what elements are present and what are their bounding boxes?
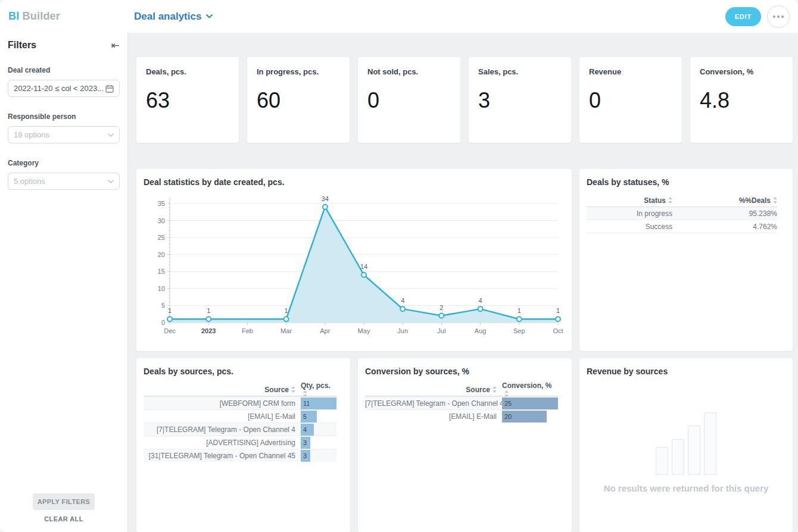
- panel-deals-by-sources: Deals by sources, pcs. Source Qty, pcs. …: [136, 358, 350, 532]
- column-header-qty[interactable]: Qty, pcs.: [301, 381, 336, 398]
- category-value: 5 options: [14, 177, 108, 186]
- kpi-label: Sales, pcs.: [478, 67, 562, 76]
- data-point[interactable]: [478, 306, 483, 311]
- kpi-card: Deals, pcs.63: [136, 57, 239, 143]
- logo-bi: BI: [8, 10, 19, 22]
- value-bar: 4: [301, 424, 314, 436]
- value-bar: 5: [301, 411, 317, 423]
- panel-conversion-by-sources: Conversion by sources, % Source Conversi…: [358, 358, 572, 532]
- source-cell: [WEBFORM] CRM form: [144, 399, 301, 408]
- svg-text:25: 25: [158, 234, 165, 241]
- clear-all-button[interactable]: CLEAR ALL: [44, 515, 83, 522]
- data-point[interactable]: [284, 317, 289, 321]
- app-window: BI Builder Deal analytics EDIT Filters ⇤…: [0, 0, 798, 532]
- table-row[interactable]: [31|TELEGRAM] Telegram - Open Channel 45…: [144, 449, 336, 462]
- board-title-dropdown[interactable]: Deal analytics: [134, 11, 213, 23]
- more-options-button[interactable]: [767, 5, 790, 28]
- filter-label-deal-created: Deal created: [8, 66, 120, 74]
- responsible-person-select[interactable]: 18 options: [8, 126, 120, 143]
- source-cell: [EMAIL] E-Mail: [144, 412, 301, 421]
- bar-cell: 3: [301, 436, 336, 449]
- svg-text:35: 35: [158, 200, 165, 207]
- svg-text:5: 5: [161, 302, 165, 309]
- svg-text:4: 4: [401, 297, 404, 304]
- empty-bar-chart-icon: [656, 409, 716, 475]
- column-header-source[interactable]: Source: [365, 386, 502, 394]
- column-header-source[interactable]: Source: [144, 386, 301, 394]
- category-select[interactable]: 5 options: [8, 173, 120, 190]
- bar-cell: 25: [502, 397, 558, 410]
- logo-builder: Builder: [23, 10, 60, 22]
- sort-icon: [303, 390, 307, 397]
- kpi-row: Deals, pcs.63In progress, pcs.60Not sold…: [136, 57, 793, 143]
- deal-created-date-input[interactable]: 2022-11-20 ≤ col < 2023...: [8, 80, 120, 97]
- sort-icon: [504, 390, 509, 397]
- filters-sidebar: Filters ⇤ Deal created 2022-11-20 ≤ col …: [0, 33, 128, 532]
- empty-state: No results were returned for this query: [579, 409, 793, 493]
- table-row[interactable]: [EMAIL] E-Mail5: [144, 409, 336, 423]
- collapse-sidebar-icon[interactable]: ⇤: [111, 40, 120, 51]
- data-point[interactable]: [556, 317, 560, 321]
- status-cell: Success: [587, 223, 672, 231]
- conversion-by-sources-table: Source Conversion, % [7|TELEGRAM] Telegr…: [365, 383, 558, 423]
- kpi-card: Conversion, %4.8: [690, 57, 793, 143]
- svg-text:Feb: Feb: [242, 327, 253, 334]
- filter-label-responsible-person: Responsible person: [8, 112, 120, 121]
- table-row[interactable]: [EMAIL] E-Mail20: [365, 409, 558, 423]
- data-point[interactable]: [439, 314, 444, 318]
- data-point[interactable]: [167, 317, 172, 321]
- data-point[interactable]: [400, 306, 405, 311]
- svg-text:1: 1: [518, 307, 521, 314]
- kpi-card: Revenue0: [579, 57, 682, 143]
- svg-text:May: May: [358, 327, 370, 334]
- bar-cell: 4: [301, 423, 336, 436]
- edit-button[interactable]: EDIT: [725, 7, 761, 26]
- svg-text:2: 2: [439, 304, 443, 311]
- kpi-label: Deals, pcs.: [146, 67, 229, 76]
- svg-text:Oct: Oct: [553, 327, 563, 334]
- svg-text:1: 1: [168, 307, 172, 314]
- sort-icon: [773, 197, 777, 204]
- svg-text:0: 0: [161, 319, 165, 326]
- kpi-label: Revenue: [589, 67, 672, 76]
- source-cell: [ADVERTISING] Advertising: [144, 439, 301, 447]
- kpi-value: 0: [589, 88, 672, 113]
- ellipsis-icon: [773, 15, 775, 18]
- data-point[interactable]: [361, 273, 366, 277]
- kpi-value: 60: [257, 88, 340, 113]
- apply-filters-button[interactable]: APPLY FILTERS: [33, 493, 95, 510]
- table-header: Status %%Deals: [587, 194, 777, 207]
- svg-text:Jul: Jul: [437, 327, 445, 334]
- bar-cell: 11: [301, 397, 336, 410]
- bar-cell: 20: [502, 410, 558, 423]
- value-bar: 3: [301, 450, 310, 462]
- bar-cell: 5: [301, 410, 336, 423]
- bar-cell: 3: [301, 449, 336, 462]
- column-header-status[interactable]: Status: [587, 196, 672, 205]
- data-point[interactable]: [206, 317, 211, 321]
- kpi-card: Sales, pcs.3: [469, 57, 571, 143]
- svg-text:2023: 2023: [201, 327, 216, 334]
- table-row[interactable]: In progress95.238%: [587, 207, 777, 220]
- svg-text:30: 30: [158, 217, 165, 224]
- source-cell: [7|TELEGRAM] Telegram - Open Channel 4: [365, 399, 502, 408]
- svg-text:Dec: Dec: [164, 327, 176, 334]
- table-row[interactable]: [7|TELEGRAM] Telegram - Open Channel 425: [365, 396, 558, 409]
- sort-icon: [668, 197, 672, 204]
- deals-by-sources-table: Source Qty, pcs. [WEBFORM] CRM form11[EM…: [144, 383, 336, 462]
- table-row[interactable]: [7|TELEGRAM] Telegram - Open Channel 44: [144, 423, 336, 436]
- dashboard-content: Deals, pcs.63In progress, pcs.60Not sold…: [128, 33, 798, 532]
- source-cell: [31|TELEGRAM] Telegram - Open Channel 45: [144, 452, 301, 460]
- table-row[interactable]: [WEBFORM] CRM form11: [144, 396, 336, 409]
- deal-created-value: 2022-11-20 ≤ col < 2023...: [14, 84, 105, 93]
- line-chart[interactable]: 05101520253035Dec2023FebMarAprMayJunJulA…: [144, 190, 565, 343]
- data-point[interactable]: [323, 205, 328, 209]
- panel-revenue-by-sources: Revenue by sources No results were retur…: [579, 358, 793, 532]
- svg-text:Aug: Aug: [475, 327, 487, 334]
- data-point[interactable]: [517, 317, 522, 321]
- table-row[interactable]: [ADVERTISING] Advertising3: [144, 436, 336, 449]
- table-row[interactable]: Success4.762%: [587, 220, 777, 233]
- column-header-pct-deals[interactable]: %%Deals: [672, 196, 777, 205]
- sort-icon: [492, 386, 497, 393]
- column-header-conversion[interactable]: Conversion, %: [502, 381, 558, 398]
